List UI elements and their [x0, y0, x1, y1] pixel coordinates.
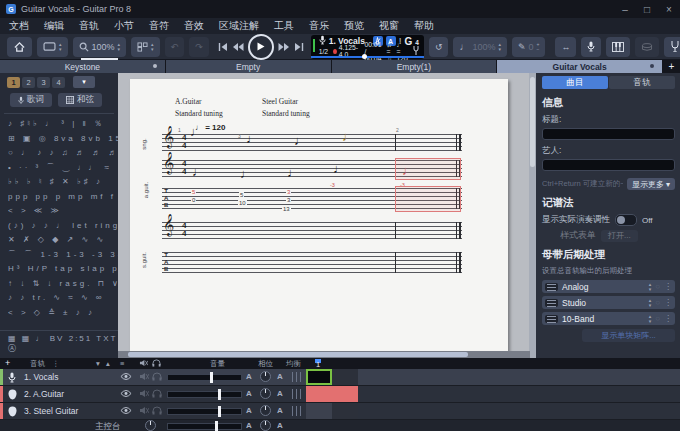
volume-slider[interactable]	[167, 408, 242, 415]
artist-input[interactable]	[542, 159, 675, 171]
tab-song[interactable]: 曲目	[542, 76, 608, 89]
mute-button[interactable]	[139, 389, 149, 400]
zoom-stepper[interactable]: ▴▾	[118, 42, 121, 52]
volume-handle[interactable]	[218, 389, 221, 400]
mute-button[interactable]	[139, 372, 149, 383]
mic-view-button[interactable]	[581, 37, 601, 57]
master-volume-slider[interactable]	[167, 423, 242, 430]
view-mode-button[interactable]: ▴▾	[37, 37, 68, 57]
pan-automation-button[interactable]: A	[277, 389, 283, 398]
palette-row-hairpins[interactable]: < > ≪ ≫	[8, 204, 118, 219]
volume-handle[interactable]	[215, 421, 218, 431]
keyboard-view-button[interactable]	[606, 37, 630, 57]
show-more-button[interactable]: 显示更多▾	[627, 178, 675, 190]
voice-3-button[interactable]: 3	[37, 77, 50, 88]
stylesheet-open-button[interactable]: 打开...	[601, 230, 638, 242]
track-name[interactable]: 3. Steel Guitar	[24, 406, 78, 416]
palette-row-slides-legato[interactable]: ⌒ ⌒ 1-3 1-3 -3 3-	[8, 248, 118, 263]
fretboard-view-button[interactable]: ↔	[555, 37, 576, 57]
solo-column-icon[interactable]	[152, 359, 161, 369]
score-page[interactable]: A.Guitar Standard tuning Steel Guitar St…	[130, 79, 508, 351]
concert-pitch-toggle[interactable]	[615, 214, 637, 226]
palette-row-grace-ring[interactable]: (♪) ♪ ♪ ♩ let ring P.M.	[8, 219, 118, 234]
menu-edit[interactable]: 编辑	[44, 19, 64, 33]
measure-cell[interactable]	[332, 403, 358, 419]
new-tab-button[interactable]: +	[663, 60, 680, 73]
menu-sound[interactable]: 音乐	[309, 19, 329, 33]
rewind-button[interactable]	[232, 38, 244, 56]
measure-cell-selected[interactable]	[306, 369, 332, 385]
volume-automation-button[interactable]: A	[246, 406, 252, 415]
menu-track[interactable]: 音轨	[79, 19, 99, 33]
note[interactable]: ♩	[240, 167, 253, 180]
palette-row-dots-ties[interactable]: • ·· ³ ⌒ ‿ ♩♩ ≈	[8, 161, 118, 176]
master-pan-knob[interactable]	[260, 420, 271, 431]
layout-stepper[interactable]: ▴▾	[151, 42, 154, 52]
go-start-button[interactable]	[218, 38, 228, 56]
palette-row-tap-slap-pop[interactable]: H³ H/P tap slap pop ✱ ✱	[8, 262, 118, 277]
show-pedalboard-button[interactable]: 显示单块矩阵...	[582, 329, 675, 342]
power-icon[interactable]: ○	[655, 282, 660, 291]
measure-cell-filled[interactable]	[306, 386, 332, 402]
edit-stepper[interactable]: +−	[537, 42, 540, 52]
track-row-steel-guitar[interactable]: 3. Steel Guitar A A	[0, 403, 680, 420]
solo-button[interactable]	[152, 389, 162, 400]
power-icon[interactable]: ○	[655, 314, 660, 323]
palette-row-clefs[interactable]: ♪ ♯♮♭ ♩ ³ | ‖ ％	[8, 117, 118, 132]
score-vertical-scrollbar[interactable]	[529, 73, 536, 358]
doc-tab-keystone[interactable]: Keystone	[0, 60, 165, 73]
master-input-knob[interactable]	[145, 420, 156, 431]
palette-row-deadnotes-harmonics[interactable]: ✕ ✗ ◇ ◆ ↗ ∿ ∿	[8, 233, 118, 248]
menu-file[interactable]: 文档	[9, 19, 29, 33]
pan-knob[interactable]	[260, 405, 271, 416]
measure-1-header[interactable]: 1	[316, 360, 320, 369]
volume-handle[interactable]	[210, 372, 213, 383]
track-list-icon[interactable]: ≡	[120, 359, 124, 368]
visibility-eye-icon[interactable]	[120, 389, 132, 400]
fx-slot-analog[interactable]: Analog ▴▾ ○ ⋮	[542, 280, 675, 293]
expand-icon[interactable]: ▴	[106, 359, 110, 368]
volume-automation-button[interactable]: A	[246, 389, 252, 398]
mute-button[interactable]	[139, 406, 149, 417]
track-row-aguitar[interactable]: 2. A.Guitar A A	[0, 386, 680, 403]
fx-selector-stepper[interactable]: ▴▾	[649, 282, 652, 292]
tab-fret[interactable]: 10	[238, 200, 247, 206]
voice-4-button[interactable]: 4	[52, 77, 65, 88]
visibility-eye-icon[interactable]	[120, 406, 132, 417]
measure-cell-filled[interactable]	[332, 386, 358, 402]
tab-fret[interactable]: 0	[191, 197, 196, 203]
measure-cell[interactable]	[306, 403, 332, 419]
menu-view[interactable]: 视窗	[379, 19, 399, 33]
power-icon[interactable]: ○	[655, 298, 660, 307]
palette-row-misc[interactable]: < > ◇ ≙ ± ♪ ♪	[8, 306, 118, 321]
doc-tab-empty[interactable]: Empty	[166, 60, 331, 73]
track-name[interactable]: 2. A.Guitar	[24, 389, 64, 399]
note[interactable]: ♩	[333, 162, 346, 175]
menu-preview[interactable]: 预览	[344, 19, 364, 33]
all-voices-dropdown[interactable]: ▾	[73, 76, 95, 88]
maximize-button[interactable]: □	[636, 0, 658, 18]
forward-button[interactable]	[278, 38, 290, 56]
eq-settings-icon[interactable]	[292, 372, 302, 382]
palette-row-trills-tremolo[interactable]: ♪ ♪ tr. ∿ ≈ ∿ ∞	[8, 291, 118, 306]
lyrics-button[interactable]: 歌词	[10, 93, 52, 107]
zoom-control[interactable]: 100% ▴▾	[73, 37, 127, 57]
eq-settings-icon[interactable]	[292, 389, 302, 399]
track-row-vocals[interactable]: 1. Vocals A A	[0, 369, 680, 386]
pan-automation-button[interactable]: A	[277, 406, 283, 415]
pan-knob[interactable]	[260, 371, 271, 382]
solo-button[interactable]	[152, 406, 162, 417]
note[interactable]: ♩	[294, 134, 307, 147]
score-horizontal-scrollbar[interactable]	[118, 351, 530, 358]
tuner-button[interactable]	[664, 37, 680, 57]
playback-progress-bar[interactable]	[311, 56, 424, 58]
staff-steel[interactable]	[162, 222, 462, 239]
title-input[interactable]	[542, 128, 675, 140]
volume-automation-button[interactable]: A	[246, 372, 252, 381]
drums-view-button[interactable]	[635, 37, 659, 57]
note[interactable]: ♩	[190, 125, 203, 138]
close-button[interactable]: ×	[658, 0, 680, 18]
tab-fret[interactable]: 5	[239, 192, 244, 198]
eq-settings-icon[interactable]	[292, 406, 302, 416]
fx-selector-stepper[interactable]: ▴▾	[649, 298, 652, 308]
